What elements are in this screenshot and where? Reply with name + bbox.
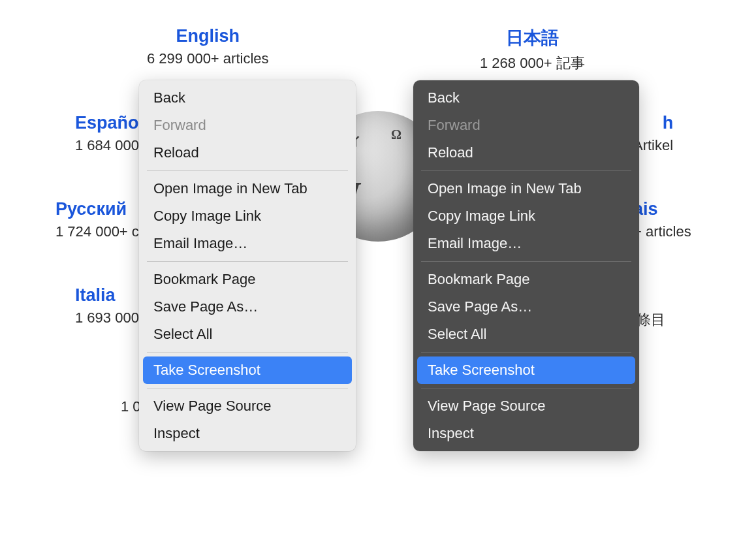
menu-take-screenshot[interactable]: Take Screenshot — [417, 356, 635, 384]
menu-separator — [421, 170, 631, 171]
menu-separator — [421, 352, 631, 353]
menu-separator — [421, 261, 631, 262]
menu-back[interactable]: Back — [413, 84, 639, 112]
number-fragment: 1 0 — [121, 398, 141, 415]
menu-separator — [147, 261, 348, 262]
menu-view-page-source[interactable]: View Page Source — [139, 392, 356, 420]
menu-view-page-source[interactable]: View Page Source — [413, 392, 639, 420]
menu-copy-image-link[interactable]: Copy Image Link — [139, 202, 356, 230]
lang-german-sub-fragment: Artikel — [633, 137, 673, 154]
menu-reload[interactable]: Reload — [413, 139, 639, 166]
menu-separator — [147, 388, 348, 388]
lang-french-title-fragment[interactable]: ais — [633, 199, 691, 219]
menu-bookmark-page[interactable]: Bookmark Page — [139, 266, 356, 293]
context-menu-light: Back Forward Reload Open Image in New Ta… — [139, 80, 356, 451]
menu-separator — [147, 170, 348, 171]
menu-email-image[interactable]: Email Image… — [413, 230, 639, 257]
lang-spanish-title[interactable]: Español — [75, 113, 148, 133]
lang-english-sub: 6 299 000+ articles — [147, 50, 269, 67]
lang-russian-title[interactable]: Русский — [55, 199, 139, 219]
lang-japanese-title[interactable]: 日本語 — [480, 26, 585, 50]
menu-separator — [421, 388, 631, 388]
menu-take-screenshot[interactable]: Take Screenshot — [143, 356, 352, 384]
menu-save-page-as[interactable]: Save Page As… — [139, 293, 356, 321]
menu-select-all[interactable]: Select All — [413, 321, 639, 348]
lang-english-title[interactable]: English — [147, 26, 269, 46]
menu-back[interactable]: Back — [139, 84, 356, 112]
menu-reload[interactable]: Reload — [139, 139, 356, 166]
menu-open-image[interactable]: Open Image in New Tab — [413, 175, 639, 202]
lang-french-sub-fragment: + articles — [633, 223, 691, 240]
menu-forward: Forward — [413, 112, 639, 139]
lang-russian-sub: 1 724 000+ с — [55, 223, 139, 240]
lang-german-title-fragment[interactable]: h — [633, 113, 673, 133]
menu-inspect[interactable]: Inspect — [139, 420, 356, 447]
menu-save-page-as[interactable]: Save Page As… — [413, 293, 639, 321]
menu-open-image[interactable]: Open Image in New Tab — [139, 175, 356, 202]
menu-copy-image-link[interactable]: Copy Image Link — [413, 202, 639, 230]
context-menu-dark: Back Forward Reload Open Image in New Ta… — [413, 80, 639, 451]
menu-separator — [147, 352, 348, 353]
lang-chinese-sub-fragment: 條目 — [637, 310, 665, 330]
lang-spanish-sub: 1 684 000+ — [75, 137, 148, 154]
menu-email-image[interactable]: Email Image… — [139, 230, 356, 257]
menu-select-all[interactable]: Select All — [139, 321, 356, 348]
lang-italian-title[interactable]: Italia — [75, 285, 139, 306]
menu-inspect[interactable]: Inspect — [413, 420, 639, 447]
menu-forward: Forward — [139, 112, 356, 139]
lang-italian-sub: 1 693 000 — [75, 309, 139, 326]
lang-japanese-sub: 1 268 000+ 記事 — [480, 54, 585, 73]
menu-bookmark-page[interactable]: Bookmark Page — [413, 266, 639, 293]
